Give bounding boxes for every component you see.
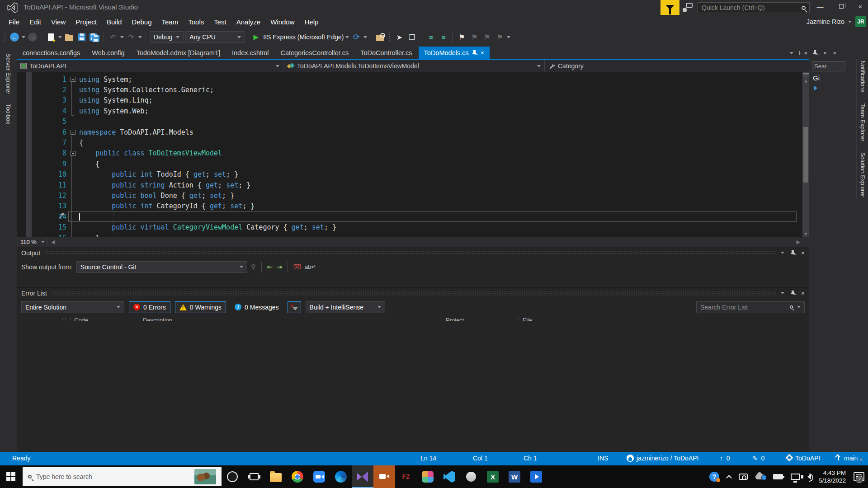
error-list-search-input[interactable]: Search Error List: [696, 301, 805, 313]
column-header-code[interactable]: Code: [70, 317, 88, 321]
minimize-button[interactable]: —: [812, 0, 828, 13]
selection-cursor-icon[interactable]: ➤: [394, 31, 405, 43]
status-line[interactable]: Ln 14: [420, 455, 436, 462]
toolbar-grip[interactable]: [389, 32, 391, 42]
code-line-11[interactable]: 11 public string Action { get; set; }: [17, 180, 809, 190]
output-title-bar[interactable]: Output ×: [17, 248, 809, 258]
type-dropdown[interactable]: ToDoAPI.API.Models.ToDoItemsViewModel: [283, 60, 545, 72]
code-line-5[interactable]: 5: [17, 117, 809, 127]
action-center-icon[interactable]: 2: [854, 472, 864, 481]
status-character[interactable]: Ch 1: [524, 455, 537, 462]
code-line-16[interactable]: 16 }: [17, 233, 809, 237]
toolbar-grip[interactable]: [4, 32, 6, 42]
collapsed-panel-icon[interactable]: [814, 85, 817, 91]
send-feedback-icon[interactable]: [683, 3, 693, 12]
clear-bookmarks-icon[interactable]: ⚑: [494, 31, 505, 43]
code-line-14[interactable]: 14: [17, 211, 809, 222]
decrease-indent-icon[interactable]: ≡: [425, 31, 436, 43]
solution-platform-dropdown[interactable]: Any CPU: [185, 31, 245, 43]
menu-edit[interactable]: Edit: [24, 16, 46, 28]
avatar[interactable]: JR: [855, 16, 866, 27]
redo-button[interactable]: ↷: [126, 31, 137, 43]
file-explorer-taskbar-button[interactable]: [265, 465, 287, 488]
increase-indent-icon[interactable]: ≡: [438, 31, 448, 43]
filter-errors-button[interactable]: ×: [288, 301, 301, 313]
photos-taskbar-button[interactable]: [417, 465, 439, 488]
gray-app-taskbar-button[interactable]: [460, 465, 482, 488]
member-dropdown[interactable]: Category: [545, 60, 809, 72]
network-icon[interactable]: [791, 474, 800, 480]
quick-actions-screwdriver-icon[interactable]: [57, 212, 65, 221]
next-bookmark-icon[interactable]: ⚑: [481, 31, 492, 43]
quick-launch-input[interactable]: Quick Launch (Ctrl+Q): [698, 2, 810, 13]
notification-flag-icon[interactable]: [660, 0, 679, 15]
code-line-3[interactable]: 3using System.Linq;: [17, 95, 809, 106]
tab-todomodels-cs[interactable]: ToDoModels.cs×: [419, 47, 490, 59]
chevron-down-icon[interactable]: [22, 36, 25, 38]
sidebar-tab-server-explorer[interactable]: Server Explorer: [4, 52, 13, 96]
code-line-12[interactable]: 12 public bool Done { get; set; }: [17, 190, 809, 201]
current-branch[interactable]: main: [835, 455, 863, 462]
onedrive-icon[interactable]: [755, 474, 765, 479]
chevron-down-icon[interactable]: [507, 36, 510, 38]
scroll-left-icon[interactable]: ◀: [51, 239, 55, 245]
taskbar-clock[interactable]: 4:43 PM 5/18/2022: [819, 469, 846, 484]
solution-configuration-dropdown[interactable]: Debug: [150, 31, 184, 43]
user-name[interactable]: Jazmine Rizo: [807, 18, 844, 25]
goto-message-icon[interactable]: ⚲: [251, 263, 256, 271]
save-all-button[interactable]: [89, 31, 100, 43]
tab-categoriescontroller-cs[interactable]: CategoriesController.cs: [275, 47, 354, 59]
panel-drag-texture[interactable]: [45, 251, 776, 255]
current-repository[interactable]: ToDoAPI: [787, 455, 820, 462]
window-position-icon[interactable]: [781, 252, 784, 254]
chevron-down-icon[interactable]: [58, 36, 62, 38]
zoom-level-dropdown[interactable]: 110 %: [18, 238, 47, 246]
scroll-down-icon[interactable]: ▼: [802, 231, 809, 236]
scroll-up-icon[interactable]: ▲: [802, 79, 809, 83]
menu-window[interactable]: Window: [265, 16, 299, 28]
camera-tray-icon[interactable]: [739, 474, 748, 480]
window-position-icon[interactable]: [781, 292, 784, 294]
chevron-down-icon[interactable]: [138, 36, 142, 38]
get-help-icon[interactable]: ?: [709, 472, 719, 482]
menu-help[interactable]: Help: [300, 16, 324, 28]
code-line-4[interactable]: 4using System.Web;: [17, 106, 809, 116]
chevron-down-icon[interactable]: [345, 36, 349, 38]
pin-icon[interactable]: [813, 50, 817, 56]
menu-debug[interactable]: Debug: [127, 16, 156, 28]
code-line-13[interactable]: 13 public int CategoryId { get; set; }: [17, 201, 809, 211]
undo-button[interactable]: ↶: [108, 31, 118, 43]
column-header-project[interactable]: Project: [442, 317, 464, 321]
code-line-7[interactable]: 7{: [17, 137, 809, 148]
copy-document-icon[interactable]: ❐: [406, 31, 417, 43]
sidebar-tab-team-explorer[interactable]: Team Explorer: [859, 102, 867, 143]
visual-studio-taskbar-button[interactable]: [352, 465, 373, 488]
find-in-files-button[interactable]: [375, 31, 386, 43]
menu-team[interactable]: Team: [157, 16, 184, 28]
status-column[interactable]: Col 1: [473, 455, 488, 462]
word-taskbar-button[interactable]: W: [504, 465, 525, 488]
intellisense-filter-dropdown[interactable]: Build + IntelliSense: [306, 301, 385, 313]
battery-icon[interactable]: [773, 474, 783, 479]
column-header-file[interactable]: File: [519, 317, 532, 321]
code-line-8[interactable]: 8 public class ToDoItemsViewModel: [17, 148, 809, 159]
scrollbar-thumb[interactable]: [803, 127, 808, 183]
close-icon[interactable]: ×: [823, 50, 827, 56]
column-header-description[interactable]: Description: [139, 317, 172, 321]
float-close-icon[interactable]: ⊢×: [799, 50, 807, 56]
word-wrap-icon[interactable]: ab↵: [305, 263, 316, 270]
close-icon[interactable]: ×: [801, 249, 805, 257]
edge-taskbar-button[interactable]: [330, 465, 352, 488]
refresh-icon[interactable]: ⟳: [351, 31, 362, 43]
chrome-taskbar-button[interactable]: [287, 465, 308, 488]
splitter-grip[interactable]: [803, 73, 809, 77]
chevron-down-icon[interactable]: [120, 36, 124, 38]
error-list-title-bar[interactable]: Error List ×: [17, 288, 809, 299]
menu-test[interactable]: Test: [209, 16, 231, 28]
close-button[interactable]: ×: [853, 0, 868, 13]
menu-analyze[interactable]: Analyze: [231, 16, 265, 28]
panel-drag-texture[interactable]: [52, 291, 776, 296]
excel-taskbar-button[interactable]: X: [482, 465, 504, 488]
save-button[interactable]: [76, 31, 87, 43]
warnings-toggle-button[interactable]: 0 Warnings: [175, 301, 226, 313]
